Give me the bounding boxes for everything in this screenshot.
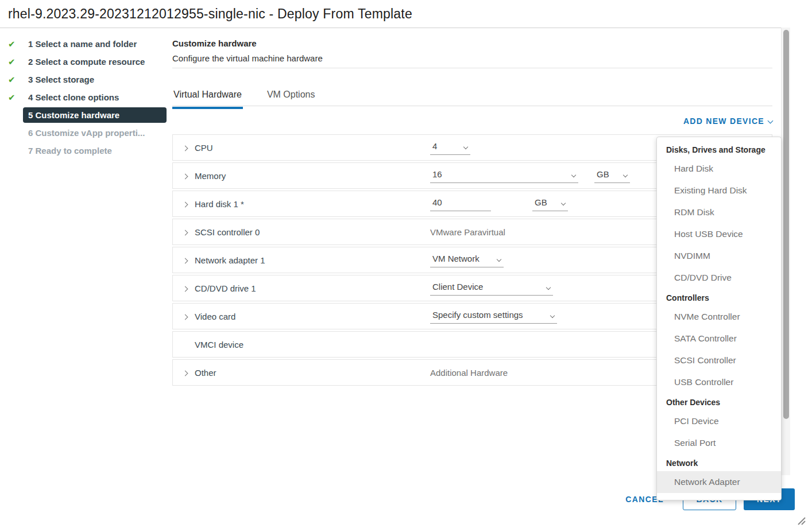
chevron-down-icon — [571, 173, 576, 177]
value-select[interactable]: Specify custom settings — [430, 309, 557, 324]
expand-row-button[interactable] — [183, 283, 195, 293]
chevron-down-icon — [546, 285, 551, 290]
control-value: Specify custom settings — [432, 310, 523, 320]
add-new-device-button[interactable]: ADD NEW DEVICE — [683, 117, 772, 126]
step-check-icon: ✔ — [8, 75, 23, 85]
sidebar-step-4[interactable]: ✔ 4 Select clone options — [0, 89, 167, 106]
chevron-right-icon — [183, 258, 188, 264]
sidebar-step-6[interactable]: ✔ 6 Customize vApp properti... — [0, 125, 167, 141]
vertical-scrollbar[interactable] — [781, 28, 790, 475]
sidebar-step-7[interactable]: ✔ 7 Ready to complete — [0, 142, 167, 159]
menu-item-nvdimm[interactable]: NVDIMM — [657, 245, 781, 267]
sidebar-step-5[interactable]: ✔ 5 Customize hardware — [0, 107, 167, 123]
expand-row-button[interactable] — [183, 367, 195, 378]
menu-item-pci-device[interactable]: PCI Device — [657, 410, 781, 432]
chevron-right-icon — [183, 146, 188, 152]
step-label: 6 Customize vApp properti... — [23, 125, 167, 141]
value-select[interactable]: 4 — [430, 140, 470, 155]
control-value: 16 — [432, 169, 442, 179]
step-label: 7 Ready to complete — [23, 143, 167, 158]
hardware-row-label: Other — [195, 368, 430, 378]
header-divider — [172, 68, 772, 68]
chevron-down-icon — [561, 201, 566, 205]
hardware-row-label: Hard disk 1 * — [195, 199, 430, 209]
title-divider — [0, 28, 790, 28]
menu-item-serial-port[interactable]: Serial Port — [657, 432, 781, 454]
chevron-down-icon — [623, 173, 628, 177]
step-label: 1 Select a name and folder — [23, 36, 167, 52]
scrollbar-thumb[interactable] — [783, 30, 789, 419]
page-title: Customize hardware — [172, 38, 257, 48]
sidebar-step-1[interactable]: ✔ 1 Select a name and folder — [0, 36, 167, 52]
step-check-icon: ✔ — [8, 57, 23, 67]
menu-section-header: Disks, Drives and Storage — [657, 141, 781, 158]
hardware-row-label: Network adapter 1 — [195, 255, 430, 265]
hardware-row-controls: Specify custom settings — [430, 309, 557, 324]
value-select[interactable]: GB — [594, 168, 630, 183]
hardware-row-value: Additional Hardware — [430, 368, 508, 378]
hardware-row-controls: Additional Hardware — [430, 368, 508, 378]
menu-item-usb-controller[interactable]: USB Controller — [657, 371, 781, 393]
menu-item-nvme-controller[interactable]: NVMe Controller — [657, 306, 781, 328]
expand-row-button[interactable] — [183, 227, 195, 237]
tabs-divider — [172, 106, 772, 106]
chevron-down-icon — [550, 313, 555, 318]
expand-row-button[interactable] — [183, 255, 195, 265]
menu-item-host-usb-device[interactable]: Host USB Device — [657, 223, 781, 245]
chevron-right-icon — [183, 202, 188, 208]
add-device-dropdown-menu: Disks, Drives and StorageHard DiskExisti… — [656, 137, 782, 500]
menu-section-header: Network — [657, 454, 781, 471]
hardware-row-controls: 40GB — [430, 196, 568, 211]
hardware-row-label: Memory — [195, 171, 430, 181]
control-value: 40 — [432, 197, 442, 207]
menu-item-sata-controller[interactable]: SATA Controller — [657, 328, 781, 350]
value-select[interactable]: 16 — [430, 168, 578, 183]
expand-row-button[interactable] — [183, 199, 195, 209]
value-select[interactable]: GB — [532, 196, 568, 211]
step-label: 4 Select clone options — [23, 90, 167, 105]
hardware-row-label: Video card — [195, 312, 430, 321]
chevron-right-icon — [183, 230, 188, 236]
value-input[interactable]: 40 — [430, 196, 491, 211]
chevron-down-icon — [463, 145, 468, 149]
control-value: VM Network — [432, 254, 480, 263]
menu-item-hard-disk[interactable]: Hard Disk — [657, 158, 781, 180]
menu-item-scsi-controller[interactable]: SCSI Controller — [657, 350, 781, 371]
hardware-row-controls: Client Device — [430, 281, 553, 296]
value-select[interactable]: Client Device — [430, 281, 553, 296]
hardware-row-label: VMCI device — [195, 340, 430, 350]
control-value: GB — [597, 169, 609, 179]
step-label: 2 Select a compute resource — [23, 54, 167, 69]
step-check-icon: ✔ — [8, 39, 23, 49]
hardware-row-value: VMware Paravirtual — [430, 227, 505, 237]
control-value: GB — [535, 197, 547, 207]
sidebar-step-3[interactable]: ✔ 3 Select storage — [0, 71, 167, 88]
wizard-steps: ✔ 1 Select a name and folder ✔ 2 Select … — [0, 36, 167, 160]
wizard-title: rhel-9.2023.29-20231212012955-single-nic… — [8, 6, 412, 22]
value-select[interactable]: VM Network — [430, 253, 504, 267]
hardware-row-label: CD/DVD drive 1 — [195, 284, 430, 293]
expand-row-button[interactable] — [183, 142, 195, 153]
chevron-right-icon — [183, 371, 188, 376]
hardware-row-controls: VM Network — [430, 253, 504, 267]
chevron-right-icon — [183, 286, 188, 292]
chevron-right-icon — [183, 174, 188, 180]
step-label: 3 Select storage — [23, 72, 167, 87]
sidebar-step-2[interactable]: ✔ 2 Select a compute resource — [0, 53, 167, 70]
menu-section-header: Controllers — [657, 289, 781, 306]
menu-item-network-adapter[interactable]: Network Adapter — [657, 471, 781, 493]
chevron-down-icon — [768, 118, 774, 124]
expand-row-button[interactable] — [183, 170, 195, 181]
step-check-icon: ✔ — [8, 92, 23, 103]
hardware-row-label: SCSI controller 0 — [195, 227, 430, 237]
menu-item-cd-dvd-drive[interactable]: CD/DVD Drive — [657, 267, 781, 289]
expand-row-button[interactable] — [183, 311, 195, 321]
hardware-row-controls: 4 — [430, 140, 470, 155]
menu-item-existing-hard-disk[interactable]: Existing Hard Disk — [657, 180, 781, 201]
resize-handle-icon[interactable] — [796, 515, 806, 526]
menu-section-header: Other Devices — [657, 393, 781, 410]
control-value: 4 — [432, 141, 437, 151]
hardware-row-label: CPU — [195, 143, 430, 153]
menu-item-rdm-disk[interactable]: RDM Disk — [657, 201, 781, 223]
chevron-down-icon — [497, 257, 501, 262]
